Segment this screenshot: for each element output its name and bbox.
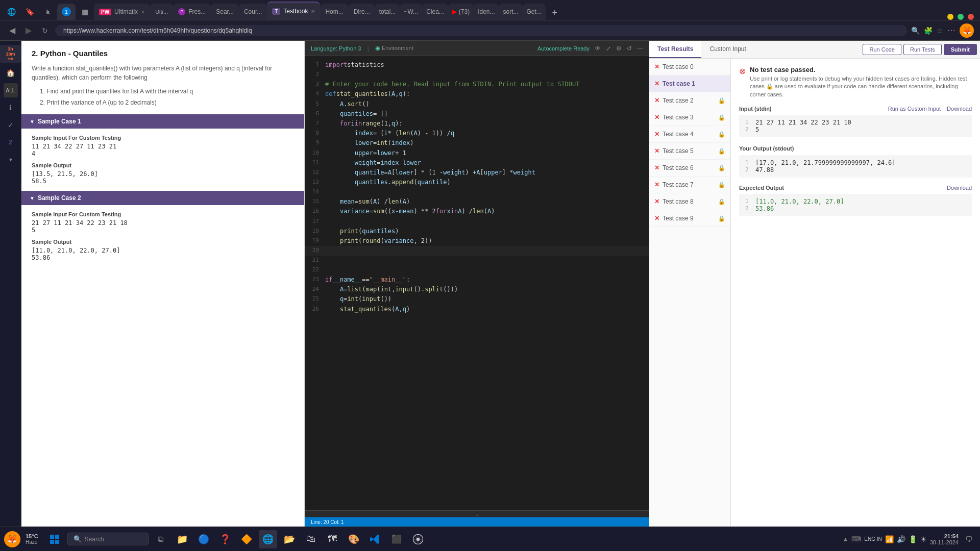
tab-k[interactable]: k bbox=[39, 4, 57, 20]
sidebar-dropdown-icon[interactable]: ▾ bbox=[4, 153, 18, 167]
input-code-block: 1 21 27 11 21 34 22 23 21 10 2 5 bbox=[739, 115, 972, 137]
volume-icon[interactable]: 🔊 bbox=[897, 535, 905, 543]
tab-test-results[interactable]: Test Results bbox=[649, 41, 701, 58]
url-input[interactable]: https://www.hackerrank.com/test/dtm5h049… bbox=[55, 25, 907, 36]
back-button[interactable]: ◀ bbox=[6, 24, 18, 37]
vscode-app[interactable] bbox=[366, 530, 384, 548]
test-case-item-0[interactable]: ✕ Test case 0 bbox=[649, 59, 730, 76]
sample-2-output: [11.0, 21.0, 22.0, 27.0] 53.86 bbox=[32, 247, 294, 261]
sidebar-info-icon[interactable]: ℹ bbox=[4, 101, 18, 115]
brightness-icon[interactable]: ☀ bbox=[920, 535, 927, 543]
cortana-app[interactable]: 🔵 bbox=[194, 530, 213, 548]
tab-favicon[interactable]: 🌐 bbox=[2, 4, 20, 20]
taskbar-search-icon: 🔍 bbox=[74, 535, 82, 543]
weather-condition: Haze bbox=[26, 539, 38, 545]
code-editor-body[interactable]: 1 import statistics 2 3 # Enter your cod… bbox=[305, 56, 649, 510]
tab-hom[interactable]: Hom... bbox=[320, 4, 348, 20]
sample-case-2-header[interactable]: ▼ Sample Case 2 bbox=[21, 191, 304, 205]
sidebar-check-icon[interactable]: ✓ bbox=[4, 118, 18, 132]
tray-arrow[interactable]: ▲ bbox=[842, 536, 848, 543]
chrome-app[interactable]: 🌐 bbox=[259, 530, 277, 548]
test-case-item-5[interactable]: ✕ Test case 5 🔒 bbox=[649, 143, 730, 160]
settings-icon[interactable]: ⚙ bbox=[616, 45, 622, 52]
tab-grid[interactable]: ▦ bbox=[76, 4, 94, 20]
restore-icon[interactable]: ↺ bbox=[627, 45, 632, 52]
tab-fresh[interactable]: P Fres... bbox=[173, 4, 211, 20]
test-case-item-2[interactable]: ✕ Test case 2 🔒 bbox=[649, 92, 730, 109]
tab-sort[interactable]: sort... bbox=[499, 4, 523, 20]
run-as-custom-link[interactable]: Run as Custom Input bbox=[888, 106, 941, 112]
extensions-icon[interactable]: 🧩 bbox=[924, 27, 933, 35]
tab-iden[interactable]: Iden... bbox=[474, 4, 499, 20]
refresh-button[interactable]: ↻ bbox=[39, 24, 51, 37]
test-case-label-7: Test case 7 bbox=[663, 181, 694, 188]
download-expected-link[interactable]: Download bbox=[947, 185, 972, 191]
new-tab-button[interactable]: + bbox=[548, 6, 562, 20]
tab-sear[interactable]: Sear... bbox=[211, 4, 239, 20]
more-options-icon[interactable]: ⋯ bbox=[947, 26, 955, 35]
test-case-item-6[interactable]: ✕ Test case 6 🔒 bbox=[649, 160, 730, 177]
maps-app[interactable]: 🗺 bbox=[323, 530, 341, 548]
tab-youtube[interactable]: ▶(73) bbox=[448, 4, 474, 20]
tab-get[interactable]: Get... bbox=[523, 4, 546, 20]
terminal-app[interactable]: ⬛ bbox=[387, 530, 406, 548]
minimize-button[interactable] bbox=[947, 14, 953, 20]
start-button[interactable] bbox=[45, 530, 64, 548]
tab-pw[interactable]: PW Ultimatix ✕ bbox=[94, 4, 150, 20]
file-explorer-app[interactable]: 📁 bbox=[173, 530, 191, 548]
browser-search-icon[interactable]: 🔍 bbox=[911, 27, 920, 35]
notification-button[interactable]: 🗨 bbox=[962, 532, 976, 546]
test-case-item-3[interactable]: ✕ Test case 3 🔒 bbox=[649, 109, 730, 126]
tab-dire[interactable]: Dire... bbox=[349, 4, 375, 20]
help-app[interactable]: ❓ bbox=[216, 530, 234, 548]
download-input-link[interactable]: Download bbox=[947, 106, 972, 112]
eye-icon[interactable]: 👁 bbox=[595, 45, 601, 52]
tab-testbook-active[interactable]: T Testbook ✕ bbox=[267, 2, 320, 20]
test-case-item-1[interactable]: ✕ Test case 1 bbox=[649, 76, 730, 92]
test-case-item-8[interactable]: ✕ Test case 8 🔒 bbox=[649, 193, 730, 210]
maximize-button[interactable] bbox=[958, 14, 964, 20]
editor-expand-handle[interactable]: ⌄ bbox=[305, 510, 649, 517]
user-avatar[interactable]: 🦊 bbox=[960, 23, 974, 38]
paint-app[interactable]: 🎨 bbox=[345, 530, 363, 548]
github-chrome-app[interactable] bbox=[409, 530, 427, 548]
weather-widget[interactable]: 🦊 bbox=[4, 531, 20, 547]
submit-button[interactable]: Submit bbox=[944, 44, 977, 55]
tab-total[interactable]: total... bbox=[375, 4, 400, 20]
sidebar-number-icon[interactable]: 2 bbox=[4, 135, 18, 149]
code-line-23: 23 if __name__ == "__main__": bbox=[305, 275, 649, 285]
clock-display[interactable]: 21:54 30-11-2024 bbox=[930, 533, 959, 545]
wifi-icon[interactable]: 📶 bbox=[885, 535, 894, 543]
folder-app-2[interactable]: 📂 bbox=[280, 530, 299, 548]
keyboard-icon[interactable]: ⌨ bbox=[851, 535, 861, 543]
sidebar-all-icon[interactable]: ALL bbox=[4, 83, 18, 97]
more-icon[interactable]: ⋯ bbox=[637, 45, 643, 52]
sample-case-1-header[interactable]: ▼ Sample Case 1 bbox=[21, 114, 304, 129]
app-store[interactable]: 🛍 bbox=[302, 530, 320, 548]
run-tests-button[interactable]: Run Tests bbox=[903, 44, 942, 55]
sidebar-home-icon[interactable]: 🏠 bbox=[4, 66, 18, 80]
task-view-button[interactable]: ⧉ bbox=[152, 530, 170, 548]
tab-bookmarks[interactable]: 🔖 bbox=[20, 4, 39, 20]
code-line-1: 1 import statistics bbox=[305, 60, 649, 70]
code-line-9: 9 lower = int(index) bbox=[305, 138, 649, 148]
search-bar[interactable]: 🔍 Search bbox=[67, 533, 149, 545]
orange-app[interactable]: 🔶 bbox=[237, 530, 256, 548]
tab-clea[interactable]: Clea... bbox=[422, 4, 448, 20]
test-case-item-9[interactable]: ✕ Test case 9 🔒 bbox=[649, 210, 730, 227]
close-button[interactable] bbox=[968, 14, 974, 20]
bookmark-star-icon[interactable]: ☆ bbox=[937, 27, 943, 35]
tab-cour[interactable]: Cour... bbox=[239, 4, 267, 20]
run-code-button[interactable]: Run Code bbox=[863, 44, 901, 55]
tab-w[interactable]: ~W... bbox=[400, 4, 422, 20]
expand-icon[interactable]: ⤢ bbox=[606, 45, 611, 52]
battery-icon[interactable]: 🔋 bbox=[909, 535, 917, 543]
test-case-item-7[interactable]: ✕ Test case 7 🔒 bbox=[649, 177, 730, 193]
tab-custom-input[interactable]: Custom Input bbox=[701, 41, 754, 58]
test-case-item-4[interactable]: ✕ Test case 4 🔒 bbox=[649, 126, 730, 143]
forward-button[interactable]: ▶ bbox=[22, 24, 35, 37]
autocomplete-badge: Autocomplete Ready bbox=[537, 45, 590, 52]
language-indicator[interactable]: ENG IN bbox=[864, 536, 881, 542]
tab-ulti[interactable]: Ulti... bbox=[150, 4, 173, 20]
tab-badge-1[interactable]: 1 bbox=[57, 4, 76, 20]
